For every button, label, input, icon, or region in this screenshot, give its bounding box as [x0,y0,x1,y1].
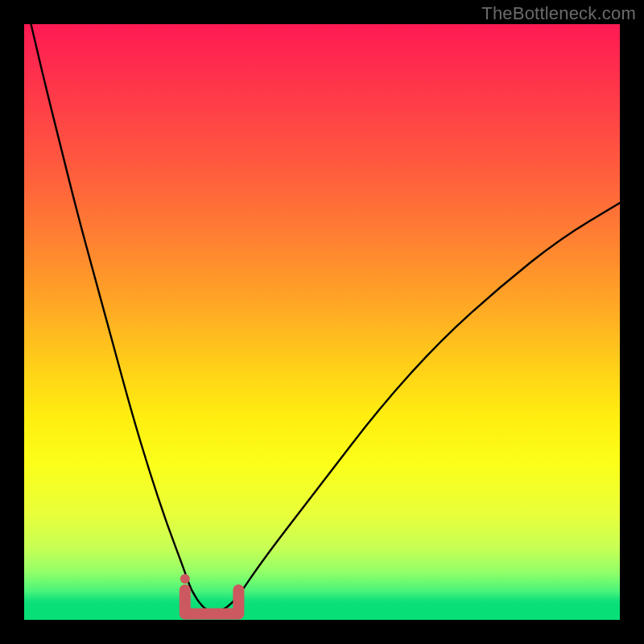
trough-dot [180,574,190,584]
bottleneck-curve [24,24,620,613]
watermark-text: TheBottleneck.com [481,3,636,24]
curve-layer [24,24,620,620]
chart-stage: TheBottleneck.com [0,0,644,644]
plot-area [24,24,620,620]
